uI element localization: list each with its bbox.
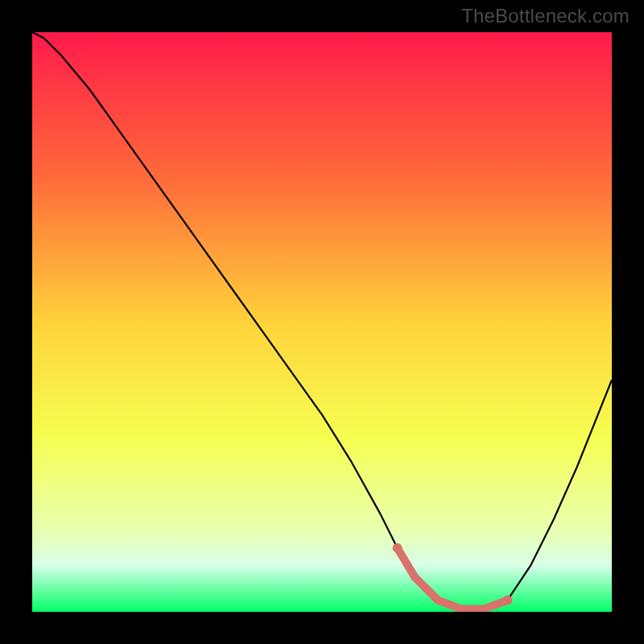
- chart-frame: TheBottleneck.com: [0, 0, 644, 644]
- highlight-end-dot-right: [502, 596, 512, 605]
- watermark-text: TheBottleneck.com: [461, 5, 630, 27]
- gradient-rect: [32, 32, 612, 612]
- chart-svg: [32, 32, 612, 612]
- plot-area: [32, 32, 612, 612]
- highlight-end-dot-left: [393, 543, 402, 553]
